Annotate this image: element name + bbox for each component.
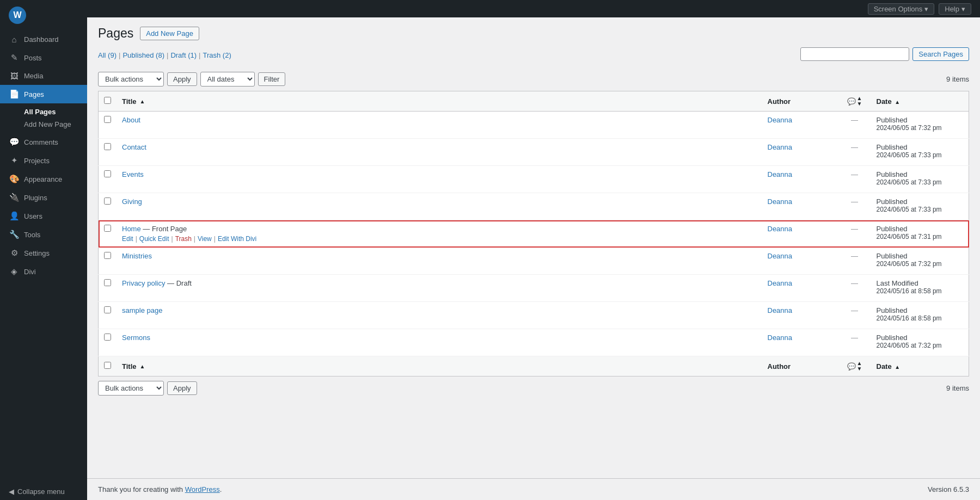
author-link[interactable]: Deanna [768,306,793,314]
row-checkbox-cell [99,275,117,302]
row-date-cell: Published2024/06/05 at 7:33 pm [871,193,969,220]
row-action-edit-with-divi[interactable]: Edit With Divi [218,235,256,243]
row-action-trash[interactable]: Trash [175,235,192,243]
sidebar-item-add-new-page[interactable]: Add New Page [24,118,87,131]
author-link[interactable]: Deanna [768,225,793,233]
title-column-header[interactable]: Title ▲ [117,91,762,112]
select-all-checkbox-bottom[interactable] [104,362,111,369]
title-suffix: — Draft [165,279,191,287]
row-action-quick-edit[interactable]: Quick Edit [139,235,169,243]
sidebar-item-posts[interactable]: ✎ Posts [0,48,87,67]
sidebar-item-projects[interactable]: ✦ Projects [0,151,87,170]
row-checkbox[interactable] [104,334,111,341]
table-row: ContactEdit | Quick Edit | Trash | View … [99,139,969,166]
row-date-cell: Published2024/06/05 at 7:33 pm [871,139,969,166]
date-value: 2024/06/05 at 7:32 pm [877,124,964,132]
search-pages-button[interactable]: Search Pages [912,47,969,61]
comments-dash: — [851,306,858,314]
row-checkbox[interactable] [104,225,111,232]
comments-dash: — [851,225,858,233]
sidebar-item-media[interactable]: 🖼 Media [0,67,87,85]
sidebar-item-appearance[interactable]: 🎨 Appearance [0,170,87,188]
filter-published-link[interactable]: Published (8) [122,51,164,59]
sidebar-item-settings[interactable]: ⚙ Settings [0,244,87,262]
comments-dash: — [851,334,858,342]
row-author-cell: Deanna [762,139,838,166]
row-title-cell: Home — Front PageEdit | Quick Edit | Tra… [117,220,762,248]
date-value: 2024/06/05 at 7:32 pm [877,342,964,349]
row-checkbox[interactable] [104,116,111,123]
page-title-link[interactable]: Sermons [122,334,150,342]
author-link[interactable]: Deanna [768,334,793,342]
date-column-header[interactable]: Date ▲ [871,91,969,112]
row-checkbox[interactable] [104,143,111,150]
author-link[interactable]: Deanna [768,116,793,124]
date-status: Published [877,170,964,178]
author-link[interactable]: Deanna [768,252,793,260]
apply-button-bottom[interactable]: Apply [167,381,197,395]
row-author-cell: Deanna [762,302,838,329]
author-link[interactable]: Deanna [768,197,793,206]
page-title-link[interactable]: Contact [122,143,146,151]
sidebar-item-pages[interactable]: 📄 Pages [0,85,87,103]
row-comments-cell: — [838,248,871,275]
page-title-link[interactable]: Privacy policy [122,279,165,287]
sidebar-item-users[interactable]: 👤 Users [0,207,87,225]
row-checkbox[interactable] [104,279,111,286]
comments-icon: 💬 [9,137,20,147]
row-checkbox[interactable] [104,306,111,313]
sidebar-item-plugins[interactable]: 🔌 Plugins [0,188,87,207]
author-link[interactable]: Deanna [768,279,793,287]
tools-icon: 🔧 [9,230,20,239]
filter-draft-link[interactable]: Draft (1) [170,51,197,59]
table-header-row: Title ▲ Author 💬 ▲▼ [99,91,969,112]
page-title-link[interactable]: Home [122,225,141,233]
screen-options-button[interactable]: Screen Options ▾ [868,3,935,15]
row-checkbox[interactable] [104,252,111,259]
comments-footer-header[interactable]: 💬 ▲▼ [838,356,871,376]
add-new-page-button[interactable]: Add New Page [140,27,199,40]
sidebar-item-divi[interactable]: ◈ Divi [0,262,87,281]
title-footer-header[interactable]: Title ▲ [117,356,762,376]
date-value: 2024/06/05 at 7:33 pm [877,206,964,213]
row-action-edit[interactable]: Edit [122,235,133,243]
date-filter-select[interactable]: All dates [200,72,255,87]
filter-all-link[interactable]: All (9) [98,51,117,59]
collapse-menu-button[interactable]: ◀ Collapse menu [0,483,87,500]
row-checkbox-cell [99,112,117,139]
author-link[interactable]: Deanna [768,170,793,178]
sidebar-item-tools[interactable]: 🔧 Tools [0,225,87,244]
items-count: 9 items [946,75,969,83]
chevron-down-icon: ▾ [924,5,928,13]
apply-button[interactable]: Apply [167,72,197,86]
page-title-link[interactable]: About [122,116,140,124]
row-author-cell: Deanna [762,275,838,302]
table-row: AboutEdit | Quick Edit | Trash | View | … [99,112,969,139]
page-title-link[interactable]: Giving [122,197,142,206]
sidebar-item-comments[interactable]: 💬 Comments [0,133,87,151]
search-input[interactable] [800,47,909,61]
wordpress-link[interactable]: WordPress [185,485,220,493]
title-suffix: — Front Page [141,225,187,233]
page-title-link[interactable]: Ministries [122,252,152,260]
bulk-actions-select[interactable]: Bulk actions Edit Move to Trash [98,72,164,87]
row-action-view[interactable]: View [198,235,212,243]
page-title: Pages [98,26,133,41]
sidebar-item-all-pages[interactable]: All Pages [24,106,87,118]
comments-column-header[interactable]: 💬 ▲▼ [838,91,871,112]
help-button[interactable]: Help ▾ [939,3,971,15]
page-title-link[interactable]: sample page [122,306,162,314]
page-title-link[interactable]: Events [122,170,144,178]
sidebar-item-dashboard[interactable]: ⌂ Dashboard [0,30,87,48]
date-footer-header[interactable]: Date ▲ [871,356,969,376]
author-link[interactable]: Deanna [768,143,793,151]
select-all-checkbox[interactable] [104,97,111,104]
bulk-actions-select-bottom[interactable]: Bulk actions Edit Move to Trash [98,381,164,396]
row-checkbox[interactable] [104,170,111,177]
settings-icon: ⚙ [9,248,20,258]
comments-dash: — [851,252,858,260]
filter-button[interactable]: Filter [258,72,286,86]
filter-trash-link[interactable]: Trash (2) [203,51,231,59]
table-row: SermonsEdit | Quick Edit | Trash | View … [99,329,969,356]
row-checkbox[interactable] [104,197,111,205]
